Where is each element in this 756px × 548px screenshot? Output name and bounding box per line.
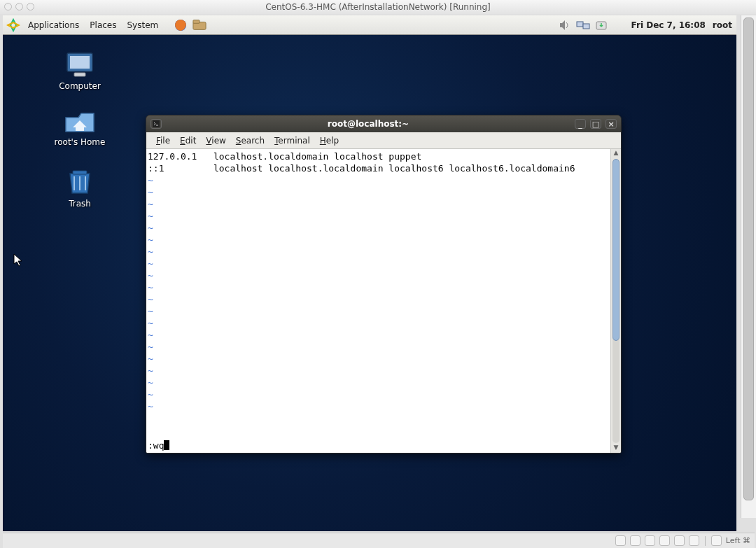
vbox-display-icon[interactable]	[674, 535, 685, 546]
menu-terminal[interactable]: Terminal	[270, 134, 314, 147]
desktop-icon-computer[interactable]: Computer	[48, 50, 111, 91]
nautilus-icon[interactable]	[192, 18, 206, 32]
terminal-body-wrap: 127.0.0.1 localhost.localdomain localhos…	[146, 149, 621, 453]
scroll-down-icon[interactable]: ▼	[611, 444, 621, 453]
vbox-shared-icon[interactable]	[659, 535, 670, 546]
vbox-usb-icon[interactable]	[645, 535, 655, 546]
desktop-icon-trash[interactable]: Trash	[48, 168, 111, 209]
minimize-button[interactable]	[15, 3, 23, 10]
computer-icon	[63, 50, 97, 78]
panel-menubar: Applications Places System	[4, 18, 209, 32]
network-icon[interactable]	[575, 18, 591, 32]
outer-scroll-thumb[interactable]	[743, 17, 754, 500]
maximize-button[interactable]: □	[590, 119, 601, 129]
close-button[interactable]: ×	[606, 119, 617, 129]
desktop-icon-home[interactable]: root's Home	[48, 106, 111, 147]
menu-edit[interactable]: Edit	[176, 134, 200, 147]
menu-applications[interactable]: Applications	[23, 18, 84, 32]
terminal-icon	[150, 119, 162, 129]
guest-desktop[interactable]: Applications Places System Fri Dec 7, 16…	[3, 15, 736, 531]
outer-scrollbar[interactable]	[741, 15, 756, 518]
terminal-window[interactable]: root@localhost:~ _ □ × File Edit View Se…	[146, 115, 622, 454]
trash-icon	[63, 168, 97, 196]
svg-rect-10	[153, 120, 160, 127]
menu-search[interactable]: Search	[232, 134, 269, 147]
window-traffic-lights[interactable]	[4, 3, 34, 10]
panel-user[interactable]: root	[713, 20, 732, 30]
terminal-body[interactable]: 127.0.0.1 localhost.localdomain localhos…	[146, 149, 610, 453]
vbox-optical-icon[interactable]	[630, 535, 640, 546]
gnome-panel: Applications Places System Fri Dec 7, 16…	[3, 15, 736, 35]
panel-tray: Fri Dec 7, 16:08 root	[557, 18, 735, 32]
terminal-cursor	[164, 440, 169, 450]
svg-rect-8	[74, 73, 85, 76]
svg-rect-7	[70, 56, 90, 69]
svg-rect-2	[193, 20, 200, 23]
firefox-icon[interactable]	[174, 18, 188, 32]
virtualbox-title-text: CentOS-6.3-HMC (AfterInstallationNetwork…	[265, 2, 491, 12]
terminal-title-text: root@localhost:~	[166, 119, 570, 129]
home-icon	[63, 106, 97, 134]
menu-file[interactable]: File	[152, 134, 174, 147]
terminal-titlebar[interactable]: root@localhost:~ _ □ ×	[146, 115, 621, 132]
vbox-mouse-icon[interactable]	[689, 535, 699, 546]
svg-rect-3	[577, 22, 583, 27]
scroll-up-icon[interactable]: ▲	[611, 149, 621, 158]
close-button[interactable]	[4, 3, 12, 10]
panel-clock[interactable]: Fri Dec 7, 16:08	[631, 20, 706, 30]
cursor-icon	[13, 253, 24, 267]
centos-logo-icon[interactable]	[6, 18, 20, 32]
virtualbox-statusbar: Left ⌘	[3, 533, 755, 548]
vbox-indicator-icon[interactable]	[711, 535, 722, 546]
menu-places[interactable]: Places	[85, 18, 121, 32]
terminal-scroll-thumb[interactable]	[612, 159, 620, 341]
desktop-icon-label: Computer	[48, 81, 111, 91]
menu-system[interactable]: System	[122, 18, 163, 32]
terminal-scrollbar[interactable]: ▲ ▼	[610, 149, 621, 453]
desktop-icon-label: Trash	[48, 199, 111, 209]
volume-icon[interactable]	[557, 18, 573, 32]
svg-rect-9	[73, 171, 87, 174]
virtualbox-titlebar: CentOS-6.3-HMC (AfterInstallationNetwork…	[0, 0, 756, 14]
zoom-button[interactable]	[27, 3, 34, 10]
desktop-icon-label: root's Home	[48, 137, 111, 147]
terminal-menubar: File Edit View Search Terminal Help	[146, 132, 621, 149]
vbox-host-key: Left ⌘	[726, 536, 750, 545]
menu-help[interactable]: Help	[316, 134, 343, 147]
svg-rect-4	[583, 24, 589, 29]
updates-icon[interactable]	[594, 18, 609, 32]
menu-view[interactable]: View	[202, 134, 230, 147]
minimize-button[interactable]: _	[575, 119, 586, 129]
vbox-disk-icon[interactable]	[615, 535, 626, 546]
